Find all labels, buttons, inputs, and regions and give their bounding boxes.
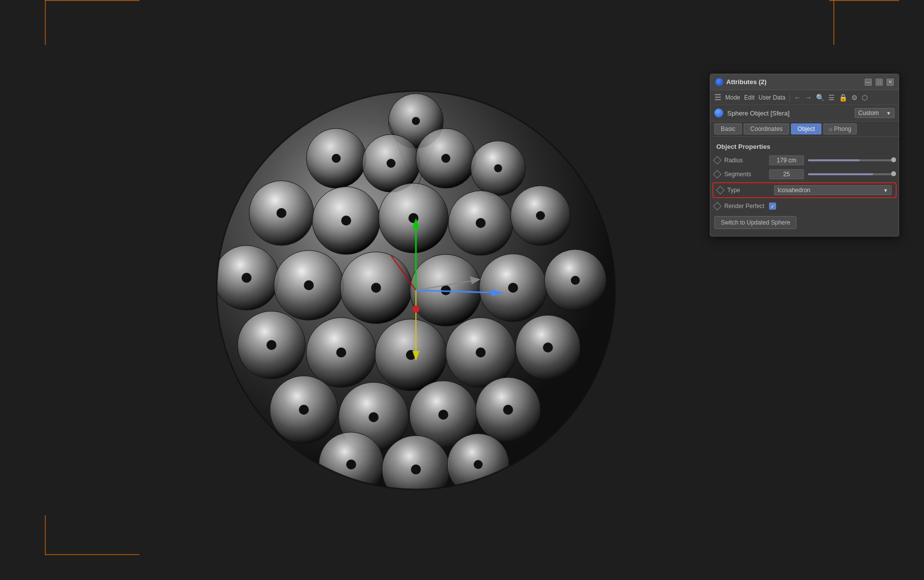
segments-label: Segments (724, 171, 769, 178)
svg-point-35 (571, 276, 580, 285)
forward-icon[interactable]: → (805, 94, 812, 102)
switch-sphere-button[interactable]: Switch to Updated Sphere (714, 216, 796, 229)
svg-point-57 (411, 464, 421, 474)
render-perfect-label: Render Perfect (724, 203, 769, 210)
edit-menu[interactable]: Edit (744, 94, 755, 101)
mode-menu[interactable]: Mode (725, 94, 740, 101)
svg-point-11 (441, 154, 450, 163)
svg-point-59 (474, 460, 483, 469)
tab-object[interactable]: Object (791, 123, 821, 134)
svg-point-9 (387, 159, 396, 168)
dropdown-arrow: ▼ (886, 111, 891, 116)
segments-slider[interactable] (808, 173, 895, 175)
radius-slider-fill (808, 159, 860, 161)
link-icon[interactable]: ⬡ (862, 94, 868, 102)
svg-point-23 (536, 211, 545, 220)
guide-line (45, 554, 139, 555)
radius-slider[interactable] (808, 159, 895, 161)
svg-point-21 (476, 218, 486, 228)
panel-toolbar: ☰ Mode Edit User Data ← → 🔍 ☰ 🔒 ⚙ ⬡ (710, 90, 899, 105)
attributes-panel: Attributes (2) — □ ✕ ☰ Mode Edit User Da… (710, 74, 899, 236)
segments-slider-thumb[interactable] (891, 171, 896, 176)
svg-point-33 (508, 283, 518, 293)
render-perfect-diamond[interactable] (713, 202, 722, 211)
svg-point-43 (476, 348, 486, 357)
radius-label: Radius (724, 157, 769, 164)
svg-point-55 (346, 460, 356, 469)
type-dropdown[interactable]: Icosahedron ▼ (774, 185, 892, 195)
tabs-row: Basic Coordinates Object ⌂ Phong (710, 121, 899, 137)
svg-point-39 (336, 348, 346, 357)
segments-slider-fill (808, 173, 873, 175)
guide-line (45, 515, 46, 555)
object-name: Sphere Object [Sfera] (727, 110, 851, 117)
segments-row: Segments 25 (710, 167, 899, 181)
type-dropdown-arrow: ▼ (883, 188, 888, 193)
radius-diamond[interactable] (713, 156, 722, 165)
svg-point-15 (276, 208, 286, 218)
svg-point-3 (412, 117, 420, 125)
panel-sphere-icon (715, 78, 723, 86)
lock-icon[interactable]: 🔒 (839, 94, 847, 102)
guide-line (45, 0, 139, 1)
type-diamond[interactable] (716, 186, 725, 195)
minimize-button[interactable]: — (865, 79, 872, 86)
svg-point-25 (242, 273, 252, 283)
guide-line (833, 0, 834, 45)
filter-icon[interactable]: ☰ (828, 94, 835, 102)
tab-phong[interactable]: ⌂ Phong (823, 123, 857, 134)
user-data-menu[interactable]: User Data (759, 94, 786, 101)
panel-title: Attributes (2) (726, 78, 767, 86)
restore-button[interactable]: □ (876, 79, 883, 86)
panel-title-left: Attributes (2) (715, 78, 767, 86)
radius-row: Radius 179 cm (710, 153, 899, 167)
segments-diamond[interactable] (713, 170, 722, 179)
render-perfect-row: Render Perfect ✓ (710, 199, 899, 213)
radius-slider-thumb[interactable] (891, 157, 896, 162)
toolbar-separator (790, 94, 790, 102)
svg-point-51 (438, 410, 448, 420)
svg-point-29 (371, 283, 381, 293)
svg-point-47 (299, 405, 309, 415)
svg-point-7 (332, 154, 341, 163)
guide-line (45, 0, 46, 45)
svg-point-13 (494, 164, 502, 172)
sphere-visualization (197, 71, 635, 509)
back-icon[interactable]: ← (794, 94, 801, 102)
section-header: Object Properties (710, 141, 899, 153)
object-row: Sphere Object [Sfera] Custom ▼ (710, 105, 899, 121)
svg-point-49 (369, 412, 379, 422)
settings-icon[interactable]: ⚙ (851, 94, 858, 102)
type-value: Icosahedron (778, 187, 810, 194)
svg-point-45 (543, 343, 553, 352)
tab-coordinates[interactable]: Coordinates (744, 123, 789, 134)
render-perfect-checkbox[interactable]: ✓ (769, 203, 776, 210)
type-row-highlighted: Type Icosahedron ▼ (712, 182, 897, 198)
panel-titlebar: Attributes (2) — □ ✕ (710, 74, 899, 90)
preset-label: Custom (858, 110, 879, 116)
svg-point-37 (266, 340, 276, 350)
object-sphere-icon (714, 109, 723, 117)
radius-value[interactable]: 179 cm (769, 155, 804, 165)
menu-icon: ☰ (714, 93, 721, 102)
svg-point-70 (412, 306, 419, 313)
close-button[interactable]: ✕ (887, 79, 894, 86)
segments-value[interactable]: 25 (769, 169, 804, 179)
svg-point-27 (304, 280, 314, 290)
svg-point-53 (503, 405, 513, 415)
type-label: Type (727, 187, 772, 194)
panel-controls: — □ ✕ (865, 79, 894, 86)
properties-area: Object Properties Radius 179 cm Segments… (710, 137, 899, 236)
tab-basic[interactable]: Basic (714, 123, 742, 134)
preset-dropdown[interactable]: Custom ▼ (855, 108, 895, 118)
svg-point-31 (441, 285, 451, 295)
search-icon[interactable]: 🔍 (816, 94, 824, 102)
guide-line (829, 0, 899, 1)
svg-point-17 (341, 216, 351, 226)
